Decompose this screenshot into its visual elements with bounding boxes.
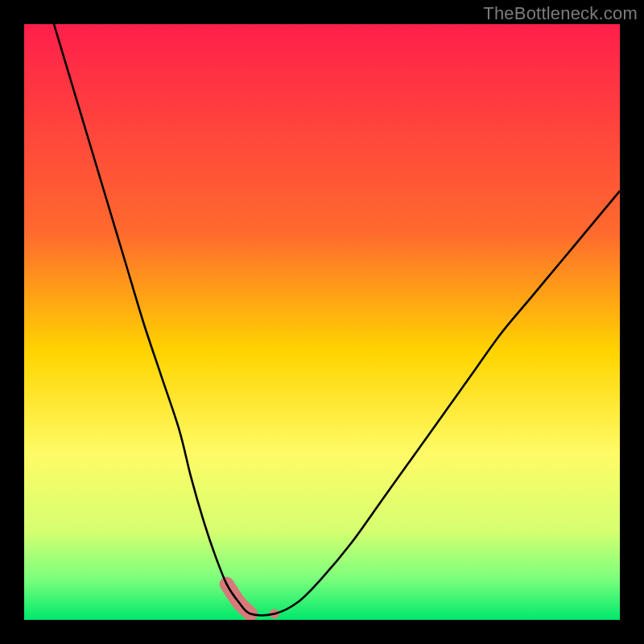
bottleneck-chart	[24, 24, 620, 620]
gradient-background	[24, 24, 620, 620]
plot-area	[24, 24, 620, 620]
chart-frame: TheBottleneck.com	[0, 0, 644, 644]
attribution-label: TheBottleneck.com	[483, 3, 638, 24]
